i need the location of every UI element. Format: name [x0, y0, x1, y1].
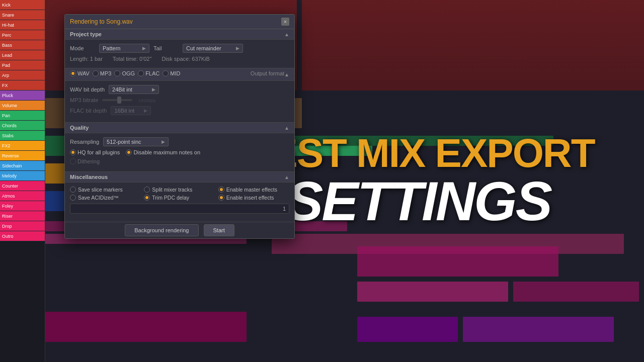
mp3-bitrate-row: MP3 bitrate 192kbps — [70, 97, 289, 103]
output-format-label: Output format — [251, 70, 284, 76]
start-button[interactable]: Start — [204, 224, 234, 236]
save-acidized-option[interactable]: Save ACIDized™ — [70, 195, 141, 201]
quality-header: Quality ▲ — [65, 123, 294, 133]
enable-master-effects-option[interactable]: Enable master effects — [218, 187, 289, 193]
track-2: Snare — [0, 10, 45, 20]
misc-section: Miscellaneous ▲ Save slice markers Split… — [65, 172, 294, 222]
dithering-row: Dithering — [70, 158, 289, 164]
track-16: Reverse — [0, 151, 45, 161]
track-9: FX — [0, 80, 45, 90]
misc-collapse[interactable]: ▲ — [284, 174, 289, 180]
info-row: Length: 1 bar Total time: 0'02" Disk spa… — [70, 56, 289, 62]
wav-bit-depth-arrow: ▶ — [152, 87, 155, 92]
track-11: Volume — [0, 101, 45, 111]
track-14: Stabs — [0, 131, 45, 141]
track-3: Hi-hat — [0, 20, 45, 30]
project-type-title: Project type — [70, 31, 102, 37]
project-type-body: Mode Pattern ▶ Tail Cut remainder ▶ Leng… — [65, 40, 294, 68]
project-type-collapse[interactable]: ▲ — [284, 32, 289, 37]
track-17: Sidechain — [0, 161, 45, 171]
misc-options-grid: Save slice markers Split mixer tracks En… — [70, 187, 289, 201]
close-button[interactable]: × — [281, 18, 289, 26]
dialog-title: Rendering to Song.wav — [70, 18, 133, 25]
mp3-bitrate-value: 192kbps — [138, 98, 155, 103]
flac-bit-depth-row: FLAC bit depth 16Bit int ▶ — [70, 106, 289, 115]
mode-label: Mode — [70, 45, 95, 51]
flac-radio[interactable]: FLAC — [138, 70, 159, 76]
track-10: Pluck — [0, 90, 45, 101]
mp3-bitrate-label: MP3 bitrate — [70, 97, 98, 103]
track-15: FX2 — [0, 141, 45, 151]
mp3-bitrate-slider — [102, 99, 132, 101]
track-5: Bass — [0, 40, 45, 50]
output-format-section: WAV MP3 OGG FLAC MID Output — [65, 68, 294, 123]
track-22: Riser — [0, 211, 45, 221]
mode-dropdown-arrow: ▶ — [142, 46, 146, 51]
output-path-field[interactable]: 1 — [70, 204, 289, 214]
track-13: Chords — [0, 121, 45, 131]
dithering-radio[interactable]: Dithering — [70, 158, 100, 164]
flac-bit-depth-arrow: ▶ — [144, 108, 147, 113]
quality-body: Resampling 512-point sinc ▶ HQ for all p… — [65, 133, 294, 171]
track-4: Perc — [0, 30, 45, 40]
quality-title: Quality — [70, 125, 89, 131]
flac-bit-depth-dropdown[interactable]: 16Bit int ▶ — [111, 106, 151, 115]
mp3-radio[interactable]: MP3 — [93, 70, 112, 76]
resampling-label: Resampling — [70, 139, 99, 145]
misc-header: Miscellaneous ▲ — [65, 172, 294, 183]
wav-bit-depth-dropdown[interactable]: 24Bit int ▶ — [109, 85, 159, 94]
background-rendering-button[interactable]: Background rendering — [125, 224, 198, 236]
tail-label: Tail — [153, 45, 179, 51]
quality-collapse[interactable]: ▲ — [284, 125, 289, 131]
track-1: Kick — [0, 0, 45, 10]
tail-dropdown[interactable]: Cut remainder ▶ — [183, 44, 243, 53]
trim-pdc-delay-option[interactable]: Trim PDC delay — [144, 195, 215, 201]
track-12: Pan — [0, 111, 45, 121]
misc-body: Save slice markers Split mixer tracks En… — [65, 183, 294, 222]
save-slice-markers-option[interactable]: Save slice markers — [70, 187, 141, 193]
resampling-arrow: ▶ — [162, 139, 165, 144]
output-format-header: WAV MP3 OGG FLAC MID Output — [65, 68, 294, 81]
ogg-radio[interactable]: OGG — [114, 70, 135, 76]
hq-dmax-row: HQ for all plugins Disable maximum notes… — [70, 149, 289, 155]
track-18: Melody — [0, 171, 45, 181]
track-sidebar: Kick Snare Hi-hat Perc Bass Lead Pad Arp… — [0, 0, 45, 362]
flac-bit-depth-label: FLAC bit depth — [70, 108, 107, 114]
output-format-collapse[interactable]: ▲ — [284, 72, 289, 77]
wav-bit-depth-label: WAV bit depth — [70, 86, 105, 93]
wav-radio[interactable]: WAV — [70, 70, 90, 76]
track-7: Pad — [0, 60, 45, 70]
enable-insert-effects-option[interactable]: Enable insert effects — [218, 195, 289, 201]
disk-space-info: Disk space: 637KiB — [162, 56, 209, 62]
project-type-header: Project type ▲ — [65, 29, 294, 40]
misc-title: Miscellaneous — [70, 174, 108, 180]
project-type-section: Project type ▲ Mode Pattern ▶ Tail Cut r… — [65, 29, 294, 68]
dialog-titlebar: Rendering to Song.wav × — [65, 15, 294, 29]
total-time-info: Total time: 0'02" — [113, 56, 152, 62]
mid-radio[interactable]: MID — [163, 70, 180, 76]
hq-radio[interactable]: HQ for all plugins — [70, 149, 120, 155]
button-row: Background rendering Start — [65, 222, 294, 238]
tail-dropdown-arrow: ▶ — [236, 46, 239, 51]
track-20: Atmos — [0, 191, 45, 201]
resampling-row: Resampling 512-point sinc ▶ — [70, 137, 289, 146]
disable-max-radio[interactable]: Disable maximum notes on — [126, 149, 200, 155]
output-format-body: WAV bit depth 24Bit int ▶ MP3 bitrate 19… — [65, 81, 294, 122]
mode-row: Mode Pattern ▶ Tail Cut remainder ▶ — [70, 44, 289, 53]
track-6: Lead — [0, 50, 45, 60]
wav-bit-depth-row: WAV bit depth 24Bit int ▶ — [70, 85, 289, 94]
track-19: Counter — [0, 181, 45, 191]
track-24: Outro — [0, 231, 45, 241]
format-row: WAV MP3 OGG FLAC MID Output — [70, 70, 284, 76]
resampling-dropdown[interactable]: 512-point sinc ▶ — [103, 137, 169, 146]
length-info: Length: 1 bar — [70, 56, 103, 62]
split-mixer-tracks-option[interactable]: Split mixer tracks — [144, 187, 215, 193]
track-23: Drop — [0, 221, 45, 231]
mode-dropdown[interactable]: Pattern ▶ — [99, 44, 149, 53]
track-21: Foley — [0, 201, 45, 211]
rendering-dialog: Rendering to Song.wav × Project type ▲ M… — [64, 14, 295, 239]
quality-section: Quality ▲ Resampling 512-point sinc ▶ HQ… — [65, 123, 294, 172]
track-8: Arp — [0, 70, 45, 80]
